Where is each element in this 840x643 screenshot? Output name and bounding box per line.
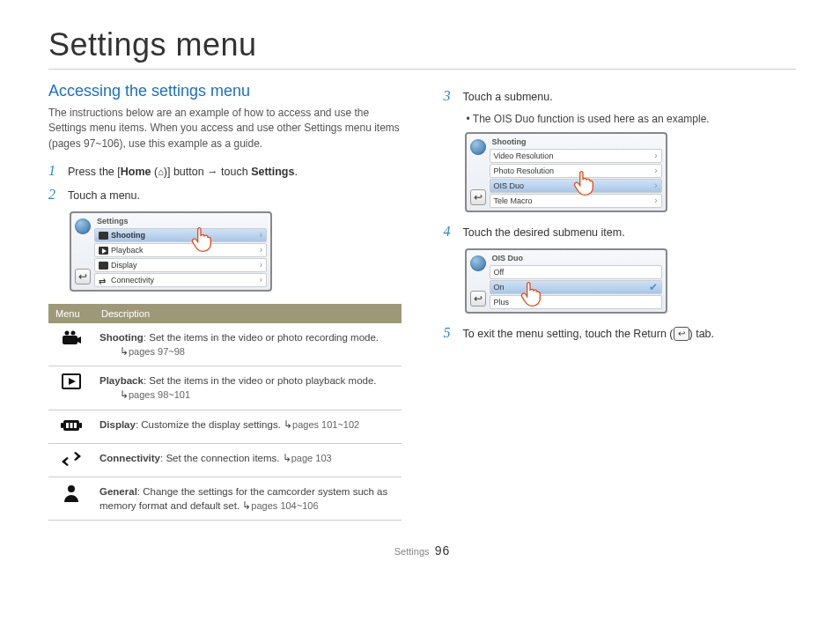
- label: Video Resolution: [494, 152, 554, 160]
- chevron-right-icon: ›: [654, 196, 657, 205]
- table-row: Shooting: Set the items in the video or …: [48, 323, 402, 366]
- svg-rect-2: [63, 336, 77, 344]
- play-icon: [62, 373, 81, 392]
- row-desc: : Customize the display settings.: [136, 419, 284, 430]
- step-number: 3: [444, 89, 456, 103]
- row-name: General: [99, 486, 137, 497]
- device-screenshot-oisduo: ↩ OIS Duo Off On✔ Plus: [465, 248, 667, 314]
- step-number: 5: [444, 326, 456, 340]
- svg-rect-7: [66, 423, 69, 428]
- step-3-sub: • The OIS Duo function is used here as a…: [467, 113, 797, 125]
- display-icon: [99, 262, 108, 270]
- label: On: [494, 283, 505, 292]
- row-name: Playback: [99, 375, 144, 386]
- chevron-right-icon: ›: [260, 275, 262, 285]
- option-off[interactable]: Off: [490, 265, 662, 279]
- label: Playback: [111, 246, 144, 255]
- t: The OIS Duo function is used here as an …: [473, 113, 710, 125]
- camcorder-icon: [99, 232, 108, 240]
- row-desc: : Set the connection items.: [160, 453, 283, 463]
- chevron-right-icon: ›: [654, 181, 657, 190]
- menu-item-shooting[interactable]: Shooting›: [94, 228, 267, 242]
- person-icon: [63, 484, 79, 505]
- back-icon[interactable]: ↩: [470, 189, 486, 205]
- row-name: Connectivity: [99, 453, 160, 463]
- option-plus[interactable]: Plus: [490, 295, 662, 309]
- svg-rect-9: [74, 423, 77, 428]
- menu-item-display[interactable]: Display›: [94, 258, 267, 272]
- section-heading: Accessing the settings menu: [48, 82, 402, 100]
- home-icon: ⌂: [158, 166, 164, 177]
- arrow-hook-icon: ↳: [284, 419, 292, 430]
- label: Plus: [494, 298, 510, 307]
- label: OIS Duo: [494, 181, 525, 190]
- arrow-hook-icon: ↳: [283, 453, 291, 463]
- label: Display: [111, 261, 137, 270]
- label: Connectivity: [111, 276, 154, 285]
- table-row: General: Change the settings for the cam…: [48, 477, 402, 520]
- chevron-right-icon: ›: [654, 166, 657, 175]
- page-title: Settings menu: [48, 26, 796, 63]
- menu-item-connectivity[interactable]: Connectivity›: [94, 273, 267, 287]
- svg-rect-6: [79, 423, 82, 428]
- intro-text: The instructions below are an example of…: [48, 106, 402, 152]
- arrow-hook-icon: ↳: [242, 500, 251, 511]
- row-name: Shooting: [99, 332, 144, 343]
- row-desc: : Set the items in the video or photo pl…: [144, 375, 377, 386]
- t: (: [151, 166, 158, 178]
- svg-rect-5: [61, 423, 63, 428]
- table-row: Connectivity: Set the connection items. …: [48, 443, 402, 477]
- submenu-photo-resolution[interactable]: Photo Resolution›: [490, 164, 662, 178]
- t: Settings: [251, 166, 294, 178]
- table-row: Display: Customize the display settings.…: [48, 410, 402, 443]
- th-description: Description: [94, 304, 402, 323]
- submenu-ois-duo[interactable]: OIS Duo›: [490, 179, 662, 193]
- option-on[interactable]: On✔: [490, 280, 662, 294]
- step-number: 4: [444, 225, 456, 239]
- arrow-hook-icon: ↳: [120, 346, 129, 357]
- gear-icon: [470, 139, 486, 155]
- th-menu: Menu: [48, 304, 94, 323]
- page-number: 96: [435, 543, 451, 558]
- page-ref: pages 104~106: [251, 500, 318, 511]
- menu-description-table: Menu Description Shooting: Set the items…: [48, 304, 402, 521]
- step-text: To exit the menu setting, touch the Retu…: [463, 326, 715, 343]
- t: ) tab.: [689, 328, 715, 340]
- device-title: OIS Duo: [488, 252, 664, 264]
- gear-icon: [470, 255, 486, 271]
- svg-point-10: [68, 485, 75, 492]
- back-icon[interactable]: ↩: [470, 291, 486, 307]
- label: Off: [494, 268, 505, 277]
- submenu-tele-macro[interactable]: Tele Macro›: [490, 194, 662, 208]
- submenu-video-resolution[interactable]: Video Resolution›: [490, 149, 662, 163]
- back-icon[interactable]: ↩: [75, 269, 91, 285]
- label: Shooting: [111, 231, 145, 240]
- menu-item-playback[interactable]: Playback›: [94, 243, 267, 257]
- svg-point-0: [65, 330, 70, 335]
- step-2: 2 Touch a menu.: [48, 188, 402, 204]
- camcorder-icon: [61, 330, 82, 349]
- play-icon: [99, 247, 108, 255]
- chevron-right-icon: ›: [260, 260, 262, 270]
- step-number: 1: [48, 164, 61, 178]
- t: )] button → touch: [164, 166, 251, 178]
- t: To exit the menu setting, touch the Retu…: [463, 328, 674, 340]
- t: Press the [: [68, 166, 121, 178]
- display-icon: [61, 418, 82, 435]
- connectivity-icon: [61, 451, 82, 469]
- row-name: Display: [99, 419, 136, 430]
- chevron-right-icon: ›: [260, 230, 262, 240]
- arrow-hook-icon: ↳: [120, 389, 129, 400]
- step-3: 3 Touch a submenu.: [444, 89, 797, 106]
- device-title: Settings: [92, 215, 269, 227]
- svg-rect-8: [70, 423, 73, 428]
- step-text: Touch a submenu.: [463, 89, 553, 106]
- chevron-right-icon: ›: [260, 245, 262, 255]
- label: Tele Macro: [494, 196, 533, 205]
- title-divider: [48, 69, 796, 70]
- t: .: [294, 166, 297, 178]
- footer-label: Settings: [394, 546, 430, 557]
- connectivity-icon: [99, 277, 108, 285]
- page-footer: Settings 96: [48, 543, 796, 558]
- svg-point-1: [71, 330, 76, 335]
